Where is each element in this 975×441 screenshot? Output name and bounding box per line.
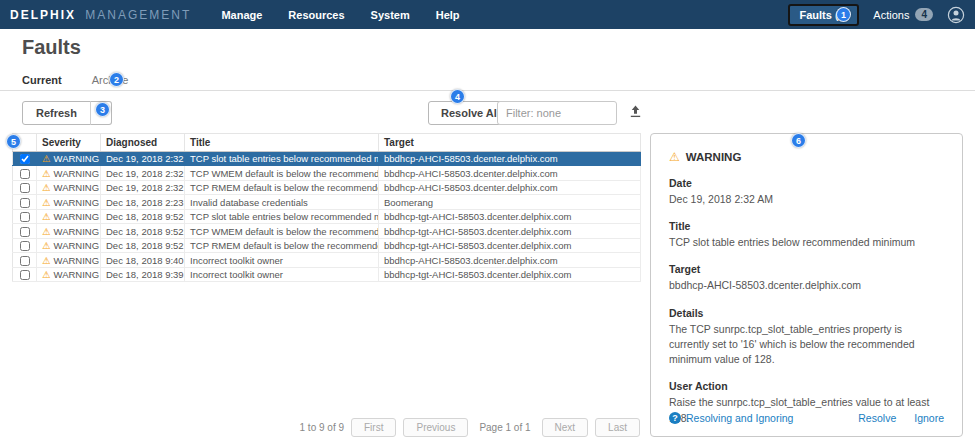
target-cell: bbdhcp-AHCI-58503.dcenter.delphix.com <box>379 180 641 194</box>
annotation-5: 5 <box>6 134 21 149</box>
faults-table: Severity Diagnosed Title Target ⚠WARNING… <box>12 133 641 282</box>
row-checkbox-cell <box>13 195 37 209</box>
table-row[interactable]: ⚠WARNINGDec 18, 2018 9:52 AMTCP WMEM def… <box>13 224 641 238</box>
row-checkbox-cell <box>13 152 37 166</box>
filter-input[interactable] <box>497 101 617 125</box>
row-checkbox-cell <box>13 253 37 267</box>
row-checkbox[interactable] <box>20 169 30 179</box>
brand-management: MANAGEMENT <box>85 8 191 22</box>
nav-item-resources[interactable]: Resources <box>288 9 344 21</box>
table-row[interactable]: ⚠WARNINGDec 19, 2018 2:32 AMTCP slot tab… <box>13 152 641 166</box>
diagnosed-cell: Dec 18, 2018 9:52 AM <box>101 209 185 223</box>
table-row[interactable]: ⚠WARNINGDec 18, 2018 9:40 AMIncorrect to… <box>13 253 641 267</box>
user-profile-icon[interactable] <box>947 6 965 24</box>
severity-cell: ⚠WARNING <box>37 209 101 223</box>
details-severity: ⚠ WARNING <box>669 150 944 164</box>
warning-icon: ⚠ <box>42 255 51 266</box>
ignore-link[interactable]: Ignore <box>914 412 944 424</box>
target-cell: bbdhcp-tgt-AHCI-58503.dcenter.delphix.co… <box>379 224 641 238</box>
warning-icon: ⚠ <box>42 168 51 179</box>
actions-label: Actions <box>873 9 909 21</box>
help-icon: ? <box>669 412 681 424</box>
title-cell: TCP WMEM default is below the recommende… <box>185 166 379 180</box>
row-checkbox[interactable] <box>20 241 30 251</box>
warning-icon: ⚠ <box>42 197 51 208</box>
diagnosed-cell: Dec 18, 2018 9:39 AM <box>101 267 185 281</box>
export-icon[interactable] <box>628 104 643 122</box>
diagnosed-cell: Dec 19, 2018 2:32 AM <box>101 152 185 166</box>
row-checkbox[interactable] <box>20 183 30 193</box>
row-checkbox[interactable] <box>20 270 30 280</box>
row-checkbox-cell <box>13 238 37 252</box>
row-checkbox[interactable] <box>20 154 30 164</box>
details-severity-label: WARNING <box>686 151 742 163</box>
first-page-button[interactable]: First <box>351 418 396 437</box>
row-checkbox[interactable] <box>20 212 30 222</box>
col-target[interactable]: Target <box>379 134 641 152</box>
date-value: Dec 19, 2018 2:32 AM <box>669 192 944 207</box>
table-row[interactable]: ⚠WARNINGDec 19, 2018 2:32 AMTCP RMEM def… <box>13 180 641 194</box>
previous-page-button[interactable]: Previous <box>403 418 468 437</box>
nav-item-help[interactable]: Help <box>436 9 460 21</box>
diagnosed-cell: Dec 18, 2018 9:52 AM <box>101 238 185 252</box>
severity-cell: ⚠WARNING <box>37 166 101 180</box>
table-header-row: Severity Diagnosed Title Target <box>13 134 641 152</box>
title-cell: TCP RMEM default is below the recommende… <box>185 180 379 194</box>
diagnosed-cell: Dec 18, 2018 9:52 AM <box>101 224 185 238</box>
title-value: TCP slot table entries below recommended… <box>669 235 944 250</box>
pagination-page-info: Page 1 of 1 <box>479 422 530 433</box>
annotation-2: 2 <box>109 72 124 87</box>
title-cell: TCP WMEM default is below the recommende… <box>185 224 379 238</box>
warning-icon: ⚠ <box>42 182 51 193</box>
last-page-button[interactable]: Last <box>595 418 640 437</box>
table-row[interactable]: ⚠WARNINGDec 18, 2018 9:52 AMTCP RMEM def… <box>13 238 641 252</box>
fault-details-panel: ⚠ WARNING Date Dec 19, 2018 2:32 AM Titl… <box>650 133 963 437</box>
details-details-section: Details The TCP sunrpc.tcp_slot_table_en… <box>669 307 944 368</box>
details-date-section: Date Dec 19, 2018 2:32 AM <box>669 177 944 207</box>
table-row[interactable]: ⚠WARNINGDec 19, 2018 2:32 AMTCP WMEM def… <box>13 166 641 180</box>
actions-button[interactable]: Actions 4 <box>867 5 939 24</box>
target-label: Target <box>669 263 944 275</box>
details-label: Details <box>669 307 944 319</box>
severity-cell: ⚠WARNING <box>37 152 101 166</box>
row-checkbox[interactable] <box>20 227 30 237</box>
top-nav: DELPHIX MANAGEMENT Manage Resources Syst… <box>0 0 975 29</box>
page-title: Faults <box>22 36 81 59</box>
brand-logo: DELPHIX MANAGEMENT <box>10 8 191 22</box>
table-row[interactable]: ⚠WARNINGDec 18, 2018 9:39 AMIncorrect to… <box>13 267 641 281</box>
row-checkbox-cell <box>13 166 37 180</box>
annotation-6: 6 <box>791 133 806 148</box>
severity-cell: ⚠WARNING <box>37 267 101 281</box>
row-checkbox-cell <box>13 209 37 223</box>
row-checkbox[interactable] <box>20 198 30 208</box>
nav-item-system[interactable]: System <box>371 9 410 21</box>
target-cell: bbdhcp-tgt-AHCI-58503.dcenter.delphix.co… <box>379 238 641 252</box>
col-severity[interactable]: Severity <box>37 134 101 152</box>
warning-icon: ⚠ <box>42 240 51 251</box>
resolving-ignoring-link[interactable]: ? Resolving and Ignoring <box>669 412 793 424</box>
table-row[interactable]: ⚠WARNINGDec 18, 2018 9:52 AMTCP slot tab… <box>13 209 641 223</box>
row-checkbox[interactable] <box>20 256 30 266</box>
title-cell: Invalid database credentials <box>185 195 379 209</box>
target-value: bbdhcp-AHCI-58503.dcenter.delphix.com <box>669 278 944 293</box>
pagination: 1 to 9 of 9 First Previous Page 1 of 1 N… <box>12 418 640 437</box>
title-label: Title <box>669 220 944 232</box>
fault-table-body: ⚠WARNINGDec 19, 2018 2:32 AMTCP slot tab… <box>13 152 641 282</box>
annotation-1: 1 <box>836 7 851 22</box>
resolve-link[interactable]: Resolve <box>858 412 896 424</box>
warning-icon: ⚠ <box>42 211 51 222</box>
help-link-label: Resolving and Ignoring <box>686 412 793 424</box>
next-page-button[interactable]: Next <box>542 418 589 437</box>
diagnosed-cell: Dec 18, 2018 9:40 AM <box>101 253 185 267</box>
col-diagnosed[interactable]: Diagnosed <box>101 134 185 152</box>
pagination-range: 1 to 9 of 9 <box>300 422 344 433</box>
table-row[interactable]: ⚠WARNINGDec 18, 2018 2:23 PMInvalid data… <box>13 195 641 209</box>
col-title[interactable]: Title <box>185 134 379 152</box>
nav-item-manage[interactable]: Manage <box>221 9 262 21</box>
target-cell: bbdhcp-AHCI-58503.dcenter.delphix.com <box>379 152 641 166</box>
refresh-button[interactable]: Refresh <box>22 101 91 125</box>
user-action-label: User Action <box>669 380 944 392</box>
warning-icon: ⚠ <box>669 150 680 164</box>
actions-count-badge: 4 <box>915 8 933 21</box>
brand-delphix: DELPHIX <box>10 8 76 22</box>
